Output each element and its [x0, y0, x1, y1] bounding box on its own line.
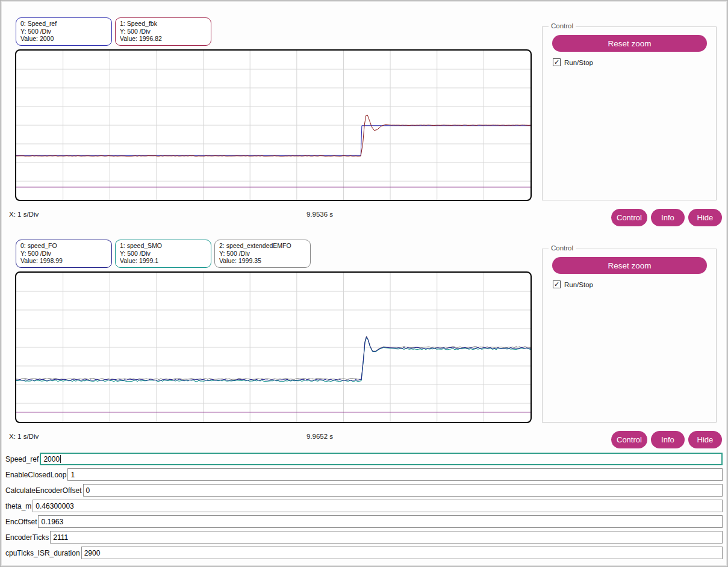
control-group-title: Control: [549, 22, 576, 29]
legend-value: Value: 2000: [20, 35, 107, 43]
field-row: Speed_ref 2000: [5, 453, 723, 465]
field-row: EnableClosedLoop 1: [5, 468, 723, 481]
channel-legend[interactable]: 1: Speed_fbk Y: 500 /Div Value: 1996.82: [115, 17, 211, 46]
scope-panel-2: 0: speed_FO Y: 500 /Div Value: 1998.99 1…: [1, 223, 728, 449]
field-value: 1: [70, 471, 75, 479]
scope-button-row: Control Info Hide: [611, 431, 722, 448]
theta-m-input[interactable]: 0.46300003: [33, 500, 723, 512]
watch-fields: Speed_ref 2000 EnableClosedLoop 1 Calcul…: [1, 453, 728, 562]
legend-title: 0: Speed_ref: [20, 20, 107, 28]
legend-title: 2: speed_extendedEMFO: [219, 242, 306, 250]
control-button[interactable]: Control: [611, 431, 647, 448]
scope-plot[interactable]: [16, 51, 530, 200]
run-stop-row: ✓ Run/Stop: [553, 280, 593, 288]
enable-closed-loop-input[interactable]: 1: [67, 468, 723, 481]
field-label: EnableClosedLoop: [5, 471, 66, 479]
speed-ref-input[interactable]: 2000: [40, 453, 723, 465]
legend-ydiv: Y: 500 /Div: [120, 250, 207, 258]
scope-chart-frame: [15, 49, 532, 201]
field-value: 2111: [53, 533, 68, 542]
field-row: theta_m 0.46300003: [5, 500, 723, 512]
legend-value: Value: 1996.82: [120, 35, 207, 43]
control-group: Control Reset zoom ✓ Run/Stop: [542, 249, 717, 423]
reset-zoom-button[interactable]: Reset zoom: [552, 35, 707, 52]
field-value: 2900: [84, 549, 101, 557]
channel-legend[interactable]: 2: speed_extendedEMFO Y: 500 /Div Value:…: [214, 240, 311, 268]
legend-row: 0: speed_FO Y: 500 /Div Value: 1998.99 1…: [16, 240, 311, 268]
time-cursor-label: 9.9652 s: [1, 433, 639, 440]
field-label: cpuTicks_ISR_duration: [5, 549, 80, 557]
scope-footer: X: 1 s/Div 9.9536 s: [1, 211, 639, 220]
time-cursor-label: 9.9536 s: [1, 211, 639, 218]
field-label: Speed_ref: [5, 455, 39, 463]
legend-row: 0: Speed_ref Y: 500 /Div Value: 2000 1: …: [16, 17, 211, 46]
run-stop-row: ✓ Run/Stop: [553, 58, 593, 66]
field-value: 0.1963: [41, 518, 63, 526]
encoder-ticks-input[interactable]: 2111: [50, 531, 723, 544]
legend-title: 1: Speed_fbk: [120, 20, 207, 28]
text-caret: [60, 455, 61, 463]
run-stop-checkbox[interactable]: ✓: [553, 58, 561, 66]
field-value: 0.46300003: [36, 502, 73, 510]
channel-legend[interactable]: 1: speed_SMO Y: 500 /Div Value: 1999.1: [115, 240, 211, 268]
enc-offset-input[interactable]: 0.1963: [38, 515, 723, 528]
scope-plot[interactable]: [16, 273, 530, 422]
field-row: CalculateEncoderOffset 0: [5, 484, 723, 497]
legend-ydiv: Y: 500 /Div: [20, 28, 107, 36]
legend-value: Value: 1998.99: [20, 257, 107, 265]
field-label: theta_m: [5, 502, 31, 510]
run-stop-label: Run/Stop: [564, 281, 593, 288]
field-label: EncoderTicks: [5, 533, 49, 542]
legend-title: 1: speed_SMO: [120, 242, 207, 250]
run-stop-checkbox[interactable]: ✓: [553, 280, 561, 288]
reset-zoom-button[interactable]: Reset zoom: [552, 257, 707, 274]
info-button[interactable]: Info: [651, 431, 685, 448]
field-row: EncOffset 0.1963: [5, 515, 723, 528]
legend-value: Value: 1999.35: [219, 257, 306, 265]
legend-ydiv: Y: 500 /Div: [219, 250, 306, 258]
check-icon: ✓: [554, 59, 559, 66]
field-row: cpuTicks_ISR_duration 2900: [5, 547, 723, 559]
scope-panel-1: 0: Speed_ref Y: 500 /Div Value: 2000 1: …: [1, 1, 728, 227]
field-value: 0: [86, 486, 90, 495]
app-window: 0: Speed_ref Y: 500 /Div Value: 2000 1: …: [0, 0, 728, 567]
field-label: CalculateEncoderOffset: [5, 486, 82, 495]
hide-button[interactable]: Hide: [688, 431, 722, 448]
legend-ydiv: Y: 500 /Div: [120, 28, 207, 36]
check-icon: ✓: [554, 281, 559, 288]
field-row: EncoderTicks 2111: [5, 531, 723, 544]
control-group-title: Control: [549, 244, 576, 252]
scope-chart-frame: [15, 271, 532, 423]
channel-legend[interactable]: 0: speed_FO Y: 500 /Div Value: 1998.99: [16, 240, 112, 268]
field-label: EncOffset: [5, 518, 37, 526]
channel-legend[interactable]: 0: Speed_ref Y: 500 /Div Value: 2000: [16, 17, 112, 46]
legend-ydiv: Y: 500 /Div: [20, 250, 107, 258]
run-stop-label: Run/Stop: [564, 59, 593, 66]
legend-title: 0: speed_FO: [20, 242, 107, 250]
scope-footer: X: 1 s/Div 9.9652 s: [1, 433, 639, 442]
legend-value: Value: 1999.1: [120, 257, 207, 265]
calculate-encoder-offset-input[interactable]: 0: [83, 484, 723, 497]
field-value: 2000: [43, 455, 60, 463]
cpu-ticks-isr-duration-input[interactable]: 2900: [81, 547, 723, 559]
control-group: Control Reset zoom ✓ Run/Stop: [542, 26, 717, 200]
